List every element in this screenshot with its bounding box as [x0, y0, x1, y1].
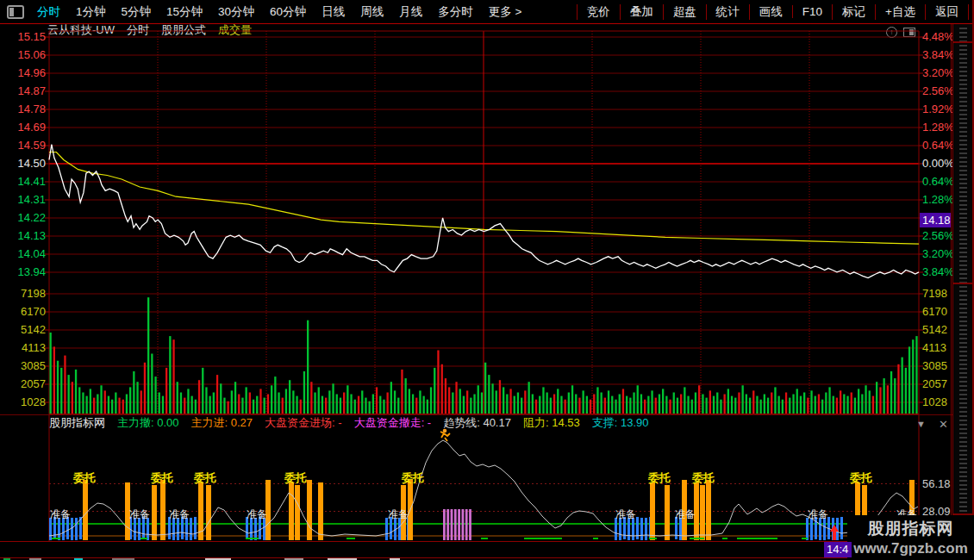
indicator-stat-4: 趋势线: 40.17: [443, 415, 511, 431]
indicator-stat-3: 大盘资金撤走: -: [354, 415, 432, 431]
current-time-tag: 14:4: [824, 542, 852, 557]
entrust-bars: [83, 480, 915, 540]
ready-bar-groups: [49, 517, 918, 540]
indicator-stat-2: 大盘资金进场: -: [265, 415, 342, 431]
watermark: 股朋指标网 www.7gpzb.com: [847, 515, 974, 560]
runner-icon: [440, 429, 450, 441]
watermark-url: www.7gpzb.com: [853, 540, 968, 557]
indicator-dropdown-icon[interactable]: ▼: [916, 419, 926, 429]
trend-line: [49, 440, 918, 536]
indicator-close-icon[interactable]: ✕: [939, 418, 948, 431]
trading-app-window: 分时1分钟5分钟15分钟30分钟60分钟日线周线月线多分时更多 > 竞价叠加超盘…: [0, 0, 974, 560]
right-strip-text: [959, 28, 967, 553]
indicator-stat-1: 主力进: 0.27: [191, 415, 253, 431]
indicator-stat-0: 主力撤: 0.00: [117, 415, 179, 431]
indicator-title: 股朋指标网: [49, 415, 105, 431]
current-price-tag: 14.18: [920, 213, 951, 227]
strip-divider: [953, 41, 973, 43]
grid-lines: [45, 31, 923, 414]
strip-divider: [953, 283, 973, 284]
chart-canvas: [0, 0, 974, 560]
right-side-tab-strip[interactable]: [952, 24, 972, 560]
pane-borders: [0, 24, 972, 560]
watermark-title: 股朋指标网: [868, 518, 954, 540]
indicator-stat-6: 支撑: 13.90: [592, 415, 649, 431]
indicator-stat-5: 阻力: 14.53: [523, 415, 580, 431]
indicator-header: 股朋指标网 主力撤: 0.00主力进: 0.27大盘资金进场: -大盘资金撤走:…: [49, 416, 648, 429]
